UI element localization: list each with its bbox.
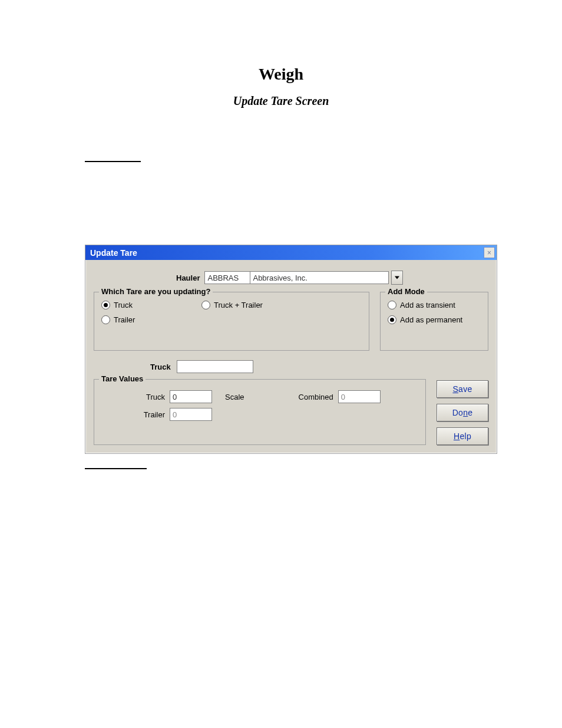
radio-truck-label: Truck	[114, 301, 133, 309]
titlebar: Update Tare ×	[85, 245, 497, 260]
done-post: e	[468, 408, 472, 417]
divider	[85, 161, 141, 162]
done-button[interactable]: Done	[437, 404, 488, 421]
svg-marker-0	[395, 276, 399, 279]
hauler-code-input[interactable]	[204, 271, 250, 284]
radio-icon	[201, 301, 210, 309]
help-rest: elp	[459, 431, 471, 441]
page-subtitle: Update Tare Screen	[0, 94, 562, 108]
save-button[interactable]: Save	[437, 380, 488, 398]
radio-permanent[interactable]: Add as permanent	[388, 315, 481, 324]
radio-trailer-label: Trailer	[114, 315, 135, 324]
help-button[interactable]: Help	[437, 427, 488, 445]
tare-scale-label: Scale	[225, 393, 244, 401]
save-mnemonic: S	[452, 384, 458, 394]
hauler-label: Hauler	[176, 274, 200, 282]
divider	[85, 468, 147, 469]
dialog-title: Update Tare	[90, 248, 137, 258]
tare-trailer-input[interactable]	[170, 408, 212, 421]
truck-field-label: Truck	[150, 363, 171, 371]
update-tare-dialog: Update Tare × Hauler	[85, 245, 497, 454]
radio-truck-trailer-label: Truck + Trailer	[214, 301, 263, 309]
radio-transient[interactable]: Add as transient	[388, 301, 481, 309]
truck-input[interactable]	[177, 360, 253, 373]
tare-combined-input[interactable]	[338, 390, 381, 403]
close-button[interactable]: ×	[484, 247, 495, 258]
hauler-name-input[interactable]	[250, 271, 389, 284]
chevron-down-icon	[395, 275, 399, 280]
radio-icon	[101, 315, 110, 324]
radio-truck[interactable]: Truck	[101, 301, 201, 309]
radio-permanent-label: Add as permanent	[400, 315, 462, 324]
help-mnemonic: H	[454, 431, 459, 441]
close-icon: ×	[487, 249, 491, 256]
radio-icon	[101, 301, 110, 309]
which-tare-group: Truck Trailer Truck + Traile	[94, 292, 369, 351]
radio-transient-label: Add as transient	[400, 301, 455, 309]
tare-values-group: Truck Scale Combined Trailer	[94, 379, 426, 445]
add-mode-group: Add as transient Add as permanent	[380, 292, 488, 351]
done-pre: Do	[452, 408, 464, 417]
save-rest: ave	[458, 384, 472, 394]
tare-trailer-label: Trailer	[101, 410, 165, 419]
radio-icon	[388, 315, 396, 324]
radio-icon	[388, 301, 396, 309]
radio-trailer[interactable]: Trailer	[101, 315, 201, 324]
page-title: Weigh	[0, 65, 562, 84]
hauler-dropdown-button[interactable]	[391, 271, 403, 285]
tare-truck-label: Truck	[101, 393, 165, 401]
tare-combined-label: Combined	[299, 393, 333, 401]
tare-truck-input[interactable]	[170, 390, 212, 403]
radio-truck-trailer[interactable]: Truck + Trailer	[201, 301, 362, 309]
